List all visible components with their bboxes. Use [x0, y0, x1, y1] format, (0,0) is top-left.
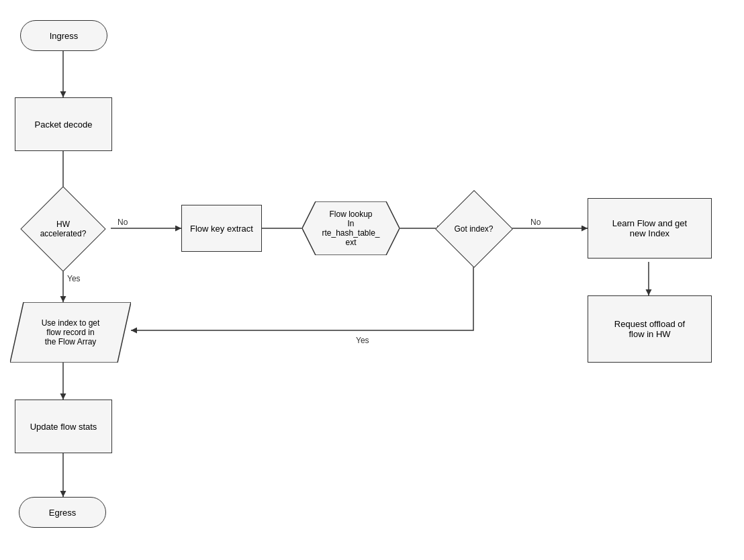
no-label-index: No	[530, 218, 541, 227]
no-label-hw: No	[118, 218, 128, 227]
hw-accelerated-label: HW accelerated?	[40, 220, 87, 238]
request-offload-node: Request offload of flow in HW	[588, 295, 712, 363]
learn-flow-label: Learn Flow and get new Index	[612, 218, 687, 238]
packet-decode-node: Packet decode	[15, 97, 112, 151]
got-index-node: Got index?	[435, 197, 512, 261]
yes-label-index: Yes	[356, 336, 369, 345]
flow-lookup-label: Flow lookup In rte_hash_table_ ext	[322, 209, 379, 247]
yes-label-hw: Yes	[67, 274, 81, 283]
packet-decode-label: Packet decode	[34, 120, 92, 130]
request-offload-label: Request offload of flow in HW	[614, 319, 685, 339]
ingress-label: Ingress	[50, 31, 79, 41]
use-index-label: Use index to get flow record in the Flow…	[42, 318, 100, 346]
update-flow-node: Update flow stats	[15, 400, 112, 453]
flow-key-extract-node: Flow key extract	[181, 205, 262, 252]
update-flow-label: Update flow stats	[30, 422, 97, 432]
egress-node: Egress	[19, 497, 106, 528]
flow-key-extract-label: Flow key extract	[190, 224, 253, 234]
hw-accelerated-node: HW accelerated?	[19, 197, 107, 261]
arrows-svg	[0, 0, 744, 560]
learn-flow-node: Learn Flow and get new Index	[588, 198, 712, 259]
egress-label: Egress	[49, 508, 76, 518]
use-index-node: Use index to get flow record in the Flow…	[10, 302, 131, 363]
got-index-label: Got index?	[454, 224, 493, 234]
flow-lookup-node: Flow lookup In rte_hash_table_ ext	[302, 201, 400, 255]
flowchart-canvas: No Yes No Yes Ingress Packet decode HW a…	[0, 0, 744, 560]
ingress-node: Ingress	[20, 20, 107, 51]
